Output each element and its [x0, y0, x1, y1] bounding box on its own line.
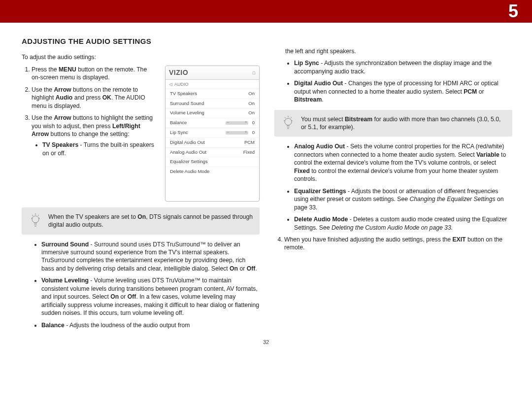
osd-brand: VIZIO	[169, 68, 188, 77]
osd-row: Delete Audio Mode	[166, 167, 259, 176]
osd-row: Lip Sync0	[166, 128, 259, 138]
osd-row: Volume LevelingOn	[166, 108, 259, 118]
item-analog-audio-out: Analog Audio Out - Sets the volume contr…	[294, 142, 512, 183]
item-surround: Surround Sound - Surround sound uses DTS…	[41, 240, 260, 273]
osd-row: TV SpeakersOn	[166, 89, 259, 99]
item-balance: Balance - Adjusts the loudness of the au…	[41, 321, 260, 329]
lightbulb-icon	[28, 212, 43, 229]
chapter-topbar: 5	[0, 0, 532, 23]
step-3: Use the Arrow buttons to highlight the s…	[32, 114, 157, 157]
osd-row: Surround SoundOn	[166, 99, 259, 109]
osd-row: Equalizer Settings	[166, 157, 259, 167]
page-body: ADJUSTING THE AUDIO SETTINGS To adjust t…	[0, 23, 532, 337]
item-delete-audio-mode: Delete Audio Mode - Deletes a custom aud…	[294, 215, 512, 232]
left-column: ADJUSTING THE AUDIO SETTINGS To adjust t…	[22, 36, 260, 333]
item-volume-leveling: Volume Leveling - Volume leveling uses D…	[41, 276, 260, 317]
osd-menu: VIZIO ⌂ ◁ AUDIO TV SpeakersOnSurround So…	[165, 66, 260, 202]
item-digital-audio-out: Digital Audio Out - Changes the type of …	[294, 79, 512, 103]
svg-point-1	[285, 118, 292, 125]
chapter-number: 5	[508, 1, 518, 22]
section-title: ADJUSTING THE AUDIO SETTINGS	[22, 36, 260, 46]
item-equalizer: Equalizer Settings - Adjusts the boost o…	[294, 187, 512, 211]
page-number: 32	[0, 339, 532, 345]
item-tv-speakers: TV Speakers - Turns the built-in speaker…	[42, 141, 157, 157]
callout-bitstream: You must select Bitstream for audio with…	[274, 110, 512, 137]
osd-breadcrumb: AUDIO	[174, 81, 189, 87]
svg-point-0	[32, 216, 39, 223]
back-icon: ◁	[169, 81, 172, 87]
lightbulb-icon	[280, 115, 296, 132]
home-icon: ⌂	[252, 68, 256, 76]
callout-dts: When the TV speakers are set to On, DTS …	[22, 207, 260, 234]
step-1: Press the MENU button on the remote. The…	[32, 66, 157, 82]
step-2: Use the Arrow buttons on the remote to h…	[32, 86, 157, 110]
right-column: the left and right speakers. Lip Sync - …	[274, 36, 512, 333]
step-4: When you have finished adjusting the aud…	[284, 236, 512, 252]
item-lip-sync: Lip Sync - Adjusts the synchronization b…	[294, 59, 512, 75]
osd-row: Digital Audio OutPCM	[166, 138, 259, 148]
balance-continuation: the left and right speakers.	[285, 47, 512, 55]
osd-row: Balance0	[166, 118, 259, 128]
steps-list: Press the MENU button on the remote. The…	[22, 66, 157, 158]
osd-row: Analog Audio OutFixed	[166, 148, 259, 158]
intro-text: To adjust the audio settings:	[22, 53, 260, 61]
